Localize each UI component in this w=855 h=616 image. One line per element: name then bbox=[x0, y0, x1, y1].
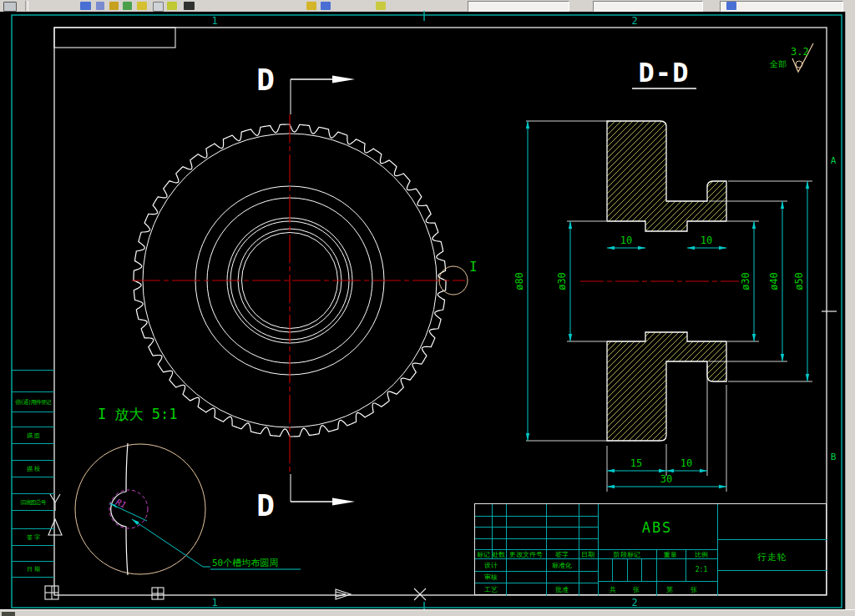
detail-title: I 放大 5:1 bbox=[98, 406, 177, 422]
dimension-arrow bbox=[666, 469, 674, 472]
dimension-arrow bbox=[607, 246, 615, 250]
gear-front-view[interactable]: I bbox=[132, 114, 478, 474]
tb-scale-value: 2:1 bbox=[696, 566, 707, 573]
tb-rev-header: 更改文件号 bbox=[509, 550, 543, 559]
detail-marker-label: I bbox=[469, 259, 478, 275]
margin-label: 描 图 bbox=[12, 427, 54, 444]
detail-radius-label: R1 bbox=[114, 497, 127, 510]
tb-rev-header: 标记 bbox=[477, 550, 490, 559]
cut-label-top: D bbox=[256, 63, 275, 97]
margin-cell bbox=[12, 546, 54, 562]
margin-cell bbox=[12, 371, 54, 392]
dim-seat-left: 10 bbox=[620, 235, 632, 246]
dimension-arrow bbox=[687, 246, 695, 250]
dimension-arrow bbox=[806, 181, 809, 189]
margin-label: 日 期 bbox=[12, 562, 54, 578]
dimension-arrow bbox=[752, 221, 756, 229]
dimension-arrow bbox=[700, 469, 707, 472]
zone-number: 2 bbox=[631, 597, 637, 608]
detail-note: 50个槽均布圆周 bbox=[212, 558, 278, 568]
section-title: D-D bbox=[639, 57, 690, 88]
dim-outer: ø80 bbox=[514, 272, 525, 290]
tb-stage-header: 比例 bbox=[695, 550, 708, 559]
registration-marks bbox=[45, 494, 426, 600]
tb-sign-label: 设计 bbox=[484, 561, 498, 570]
margin-cell bbox=[12, 477, 54, 494]
tb-stage-header: 阶段标记 bbox=[614, 550, 640, 559]
tb-sign-label: 工艺 bbox=[484, 585, 498, 594]
roughness-value: 3.2 bbox=[791, 46, 809, 58]
tb-part-name: 行走轮 bbox=[757, 551, 787, 563]
margin-label: 描 校 bbox=[12, 461, 54, 477]
dimension-arrow bbox=[752, 334, 756, 341]
status-bar bbox=[0, 609, 855, 616]
margin-label: 签 字 bbox=[12, 529, 54, 546]
dimension-arrow bbox=[806, 374, 809, 381]
tb-sheet: 张 bbox=[633, 585, 640, 594]
tb-material: ABS bbox=[642, 519, 673, 536]
zone-number: 2 bbox=[631, 15, 637, 27]
margin-label: 借(通)用件登记 bbox=[12, 392, 54, 412]
margin-cell bbox=[12, 578, 54, 595]
detail-notch-circle bbox=[109, 490, 148, 528]
dim-bore-left: ø30 bbox=[556, 272, 568, 290]
tb-sign-label: 标准化 bbox=[552, 561, 572, 570]
dimension-arrow bbox=[781, 201, 784, 209]
zone-number: 1 bbox=[211, 15, 217, 27]
dimension-arrow bbox=[719, 246, 726, 250]
dimension-arrow bbox=[526, 433, 529, 441]
tb-sheet: 张 bbox=[691, 585, 697, 594]
tb-rev-header: 处数 bbox=[492, 550, 505, 559]
extension-lines bbox=[526, 121, 812, 492]
margin-cell bbox=[12, 412, 54, 427]
roughness-scope: 全部 bbox=[769, 59, 787, 68]
dim-disc-w: 15 bbox=[630, 457, 642, 469]
zone-letter: B bbox=[831, 452, 837, 462]
tb-stage-header: 重量 bbox=[664, 550, 677, 559]
dimension-arrow bbox=[781, 354, 784, 361]
margin-cell bbox=[12, 511, 54, 529]
dimension-arrow bbox=[719, 485, 726, 488]
surface-roughness-symbol: 3.2 全部 bbox=[769, 43, 813, 72]
tb-rev-header: 日期 bbox=[581, 550, 594, 559]
cut-label-bottom: D bbox=[256, 488, 275, 523]
dimension-arrow bbox=[569, 334, 572, 341]
zone-letter: A bbox=[831, 155, 837, 166]
tb-rev-header: 签字 bbox=[555, 550, 569, 559]
margin-label: 旧底图总号 bbox=[12, 494, 54, 511]
margin-block: 借(通)用件登记 描 图 描 校 旧底图总号 签 字 日 期 bbox=[12, 370, 54, 595]
dimension-lines bbox=[526, 121, 809, 488]
detail-boundary-circle bbox=[75, 444, 205, 574]
frame-corner-box bbox=[54, 28, 175, 48]
window-right-edge bbox=[845, 12, 855, 609]
tb-sign-label: 批准 bbox=[555, 585, 569, 594]
dimension-arrow bbox=[638, 246, 645, 250]
dimension-arrow bbox=[526, 121, 529, 129]
tb-sign-label: 审核 bbox=[484, 573, 498, 582]
dimension-arrow bbox=[659, 469, 666, 472]
dimension-arrow bbox=[569, 221, 572, 229]
dimension-arrow bbox=[607, 469, 615, 472]
status-text-fragment bbox=[2, 612, 15, 616]
dimension-arrow bbox=[607, 485, 615, 488]
tb-sheet: 第 bbox=[666, 585, 673, 594]
dim-seat-right: 10 bbox=[701, 235, 712, 246]
margin-cell bbox=[12, 444, 54, 461]
dim-total-w: 30 bbox=[660, 473, 672, 485]
tb-sheet: 共 bbox=[610, 585, 616, 594]
dim-hub-w: 10 bbox=[680, 457, 692, 469]
zone-number: 1 bbox=[211, 597, 217, 608]
dim-bore-right: ø30 bbox=[740, 272, 751, 290]
section-view[interactable]: D-D bbox=[514, 43, 813, 492]
dim-flange: ø50 bbox=[793, 272, 805, 290]
title-block: 标记 处数 更改文件号 签字 日期 设计 标准化 审核 工艺 批准 阶段标记 重… bbox=[474, 503, 827, 595]
dim-hub: ø40 bbox=[768, 272, 780, 290]
detail-tooth-profile bbox=[111, 443, 128, 575]
